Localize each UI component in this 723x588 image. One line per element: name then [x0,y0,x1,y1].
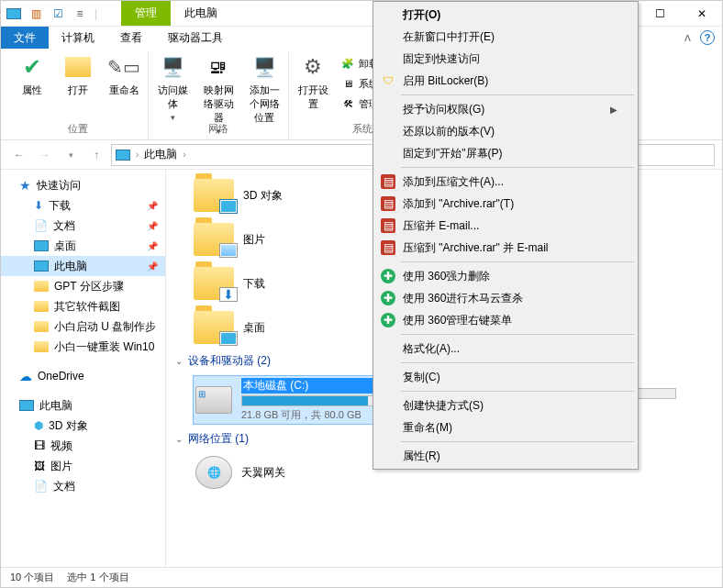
ctx-360-delete[interactable]: ✚使用 360强力删除 [375,265,636,287]
nav-recent-dropdown[interactable]: ▾ [60,144,82,166]
star-icon: ★ [19,178,31,193]
tree-desktop[interactable]: 桌面📌 [1,236,165,256]
pin-icon: 📌 [147,221,158,231]
pin-icon: 📌 [147,241,158,251]
tree-quick-access[interactable]: ★快速访问 [1,175,165,195]
ctx-compress-email[interactable]: ▤压缩并 E-mail... [375,215,636,237]
ctx-360-menu[interactable]: ✚使用 360管理右键菜单 [375,309,636,331]
pin-icon: 📌 [147,201,158,211]
title-tab-thispc: 此电脑 [171,1,231,26]
nav-forward[interactable]: → [34,144,56,166]
nav-up[interactable]: ↑ [85,144,107,166]
picture-icon: 🖼 [34,460,45,472]
folder-icon [34,341,49,352]
folder-icon [194,179,234,212]
tree-videos[interactable]: 🎞视频 [1,436,165,456]
ctx-pin-quick-access[interactable]: 固定到快速访问 [375,48,636,70]
ctx-360-trojan[interactable]: ✚使用 360进行木马云查杀 [375,287,636,309]
ctx-add-archive-rar[interactable]: ▤添加到 "Archive.rar"(T) [375,193,636,215]
netloc-label: 天翼网关 [241,465,285,481]
explorer-icon [6,6,21,21]
netloc-gateway[interactable]: 🌐 天翼网关 [194,454,287,491]
nav-back[interactable]: ← [8,144,30,166]
chevron-right-icon: ▶ [610,105,617,115]
ribbon-add-netloc[interactable]: 🖥️添加一个网络位置 [246,52,283,125]
qat-dropdown-icon[interactable]: ≡ [72,6,87,21]
ctx-create-shortcut[interactable]: 创建快捷方式(S) [375,394,636,416]
folder-icon [34,281,49,292]
pin-icon: 📌 [147,261,158,272]
tab-view[interactable]: 查看 [107,27,155,49]
ribbon-collapse-icon[interactable]: ᐱ [684,33,691,43]
ctx-bitlocker[interactable]: 🛡启用 BitLocker(B) [375,70,636,92]
video-icon: 🎞 [34,439,45,452]
tab-computer[interactable]: 计算机 [49,27,107,49]
tab-file[interactable]: 文件 [1,27,49,49]
folder-icon: ⬇ [194,267,234,300]
ribbon-rename[interactable]: ✎▭重命名 [106,52,142,97]
ribbon-open-settings[interactable]: ⚙打开设置 [295,52,331,111]
rar-icon: ▤ [381,174,395,189]
address-icon [116,150,130,161]
document-icon: 📄 [34,219,48,232]
ribbon-group-location: 位置 [68,120,88,138]
ctx-compress-archive-email[interactable]: ▤压缩到 "Archive.rar" 并 E-mail [375,237,636,259]
ribbon-open[interactable]: 打开 [60,52,96,97]
address-text[interactable]: 此电脑 [144,147,177,162]
360-icon: ✚ [381,269,395,283]
360-icon: ✚ [381,291,395,305]
cube-icon: ⬢ [34,419,43,432]
qat-pin-icon[interactable]: ▥ [28,6,43,21]
chevron-down-icon: ⌄ [175,434,183,444]
tree-documents[interactable]: 📄文档📌 [1,216,165,236]
tree-onedrive[interactable]: ☁OneDrive [1,366,165,386]
ctx-restore-versions[interactable]: 还原以前的版本(V) [375,120,636,142]
desktop-icon [34,240,49,251]
shield-icon: 🛡 [381,73,395,88]
help-icon[interactable]: ? [700,30,715,45]
tree-xiaobai-usb[interactable]: 小白启动 U 盘制作步 [1,316,165,337]
ctx-copy[interactable]: 复制(C) [375,366,636,388]
tree-other-shots[interactable]: 其它软件截图 [1,296,165,316]
ribbon-group-system: 系统 [352,120,373,138]
ctx-open[interactable]: 打开(O) [375,4,636,26]
tree-this-pc-root[interactable]: 此电脑 [1,395,165,416]
ctx-format[interactable]: 格式化(A)... [375,338,636,360]
tree-xiaobai-reinstall[interactable]: 小白一键重装 Win10 [1,337,165,357]
tree-documents2[interactable]: 📄文档 [1,476,165,496]
folder-icon [34,321,49,332]
ctx-open-new-window[interactable]: 在新窗口中打开(E) [375,26,636,48]
status-selected-count: 选中 1 个项目 [67,571,128,584]
address-chevron-icon[interactable]: › [136,150,139,160]
tree-3d-objects[interactable]: ⬢3D 对象 [1,416,165,436]
360-icon: ✚ [381,313,395,327]
ctx-properties[interactable]: 属性(R) [375,445,636,467]
pc-icon [34,261,49,272]
ctx-grant-access[interactable]: 授予访问权限(G)▶ [375,98,636,120]
ribbon-group-network: 网络 [208,120,228,138]
pc-icon [19,400,34,411]
status-item-count: 10 个项目 [10,571,54,584]
tree-pictures[interactable]: 🖼图片 [1,456,165,476]
ctx-add-archive[interactable]: ▤添加到压缩文件(A)... [375,171,636,193]
nav-tree: ★快速访问 ⬇下载📌 📄文档📌 桌面📌 此电脑📌 GPT 分区步骤 其它软件截图… [1,170,166,567]
download-icon: ⬇ [34,199,43,212]
ctx-rename[interactable]: 重命名(M) [375,416,636,438]
tree-this-pc[interactable]: 此电脑📌 [1,256,165,276]
rar-icon: ▤ [381,240,395,255]
tree-gpt-folder[interactable]: GPT 分区步骤 [1,276,165,296]
tree-downloads[interactable]: ⬇下载📌 [1,195,165,216]
ribbon-properties[interactable]: ✔属性 [14,52,50,97]
document-icon: 📄 [34,480,48,493]
globe-icon: 🌐 [195,456,232,489]
chevron-down-icon: ⌄ [175,356,183,366]
tab-drive-tools[interactable]: 驱动器工具 [155,27,236,49]
maximize-button[interactable]: ☐ [640,1,681,26]
address-chevron2-icon[interactable]: › [183,150,185,160]
ribbon-access-media[interactable]: 🖥️访问媒体▾ [154,52,191,122]
ctx-pin-start[interactable]: 固定到"开始"屏幕(P) [375,142,636,164]
rar-icon: ▤ [381,196,395,211]
qat-check-icon[interactable]: ☑ [50,6,65,21]
title-tab-manage[interactable]: 管理 [121,1,171,26]
close-button[interactable]: ✕ [681,1,722,26]
